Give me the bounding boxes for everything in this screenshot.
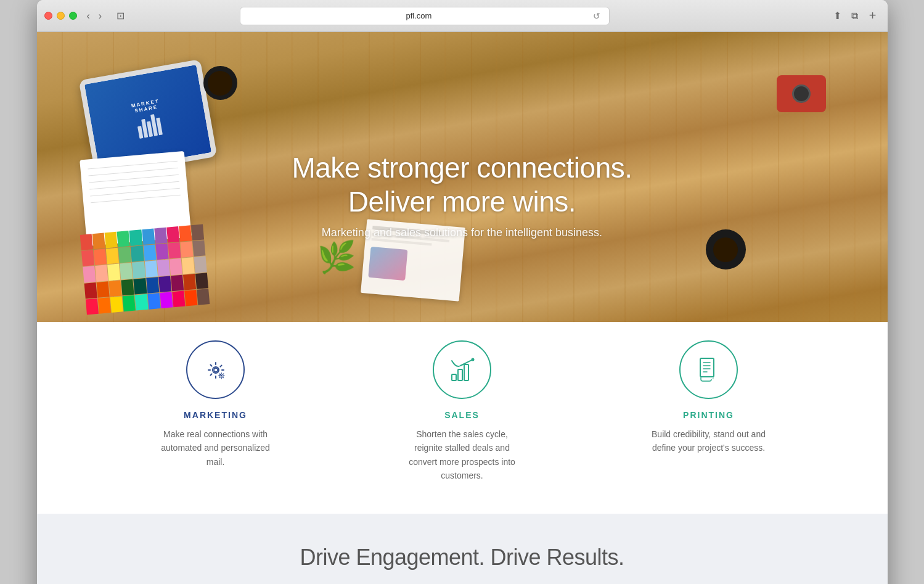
maximize-button[interactable] bbox=[69, 12, 77, 20]
hero-text-overlay: Make stronger connections.Deliver more w… bbox=[277, 151, 647, 239]
document-icon bbox=[693, 355, 724, 385]
address-bar-container: pfl.com ↺ bbox=[240, 7, 610, 25]
marketing-desc: Make real connections with automated and… bbox=[157, 427, 274, 469]
marketing-title: MARKETING bbox=[184, 410, 247, 420]
feature-card-sales: SALES Shorten the sales cycle, reignite … bbox=[395, 340, 530, 483]
sales-title: SALES bbox=[444, 410, 480, 420]
browser-actions: ⬆ ⧉ + bbox=[831, 7, 880, 24]
svg-rect-7 bbox=[700, 358, 714, 377]
add-tab-button[interactable]: + bbox=[865, 9, 880, 23]
svg-rect-3 bbox=[452, 374, 456, 380]
browser-window: ‹ › ⊡ pfl.com ↺ ⬆ ⧉ + MARKETSHARE bbox=[37, 0, 888, 584]
color-swatches bbox=[80, 224, 210, 315]
share-button[interactable]: ⬆ bbox=[831, 7, 844, 24]
tablet-chart bbox=[136, 113, 163, 138]
printing-desc: Build credibility, stand out and define … bbox=[650, 427, 767, 455]
address-bar[interactable]: pfl.com ↺ bbox=[240, 7, 610, 25]
plant-icon: 🌿 bbox=[317, 242, 356, 273]
camera-item bbox=[777, 75, 826, 112]
feature-icons-row: MARKETING Make real connections with aut… bbox=[37, 322, 888, 483]
tabs-button[interactable]: ⧉ bbox=[849, 8, 861, 24]
drive-section: Drive Engagement. Drive Results. Tactile… bbox=[37, 514, 888, 584]
coffee-cup-right bbox=[706, 229, 746, 269]
features-section: MARKETING Make real connections with aut… bbox=[37, 322, 888, 514]
close-button[interactable] bbox=[44, 12, 52, 20]
traffic-lights bbox=[44, 12, 77, 20]
plant-item: 🌿 bbox=[317, 242, 356, 273]
coffee-cup-left bbox=[203, 66, 237, 100]
feature-card-printing: PRINTING Build credibility, stand out an… bbox=[641, 340, 777, 483]
hero-section: MARKETSHARE bbox=[37, 32, 888, 359]
website-content: MARKETSHARE bbox=[37, 32, 888, 584]
svg-point-6 bbox=[471, 358, 474, 361]
printing-title: PRINTING bbox=[683, 410, 734, 420]
svg-rect-4 bbox=[458, 369, 462, 380]
tablet-text: MARKETSHARE bbox=[131, 98, 161, 114]
drive-headline: Drive Engagement. Drive Results. bbox=[37, 545, 888, 570]
hero-subtext: Marketing and sales solutions for the in… bbox=[277, 227, 647, 240]
minimize-button[interactable] bbox=[57, 12, 65, 20]
browser-titlebar: ‹ › ⊡ pfl.com ↺ ⬆ ⧉ + bbox=[37, 0, 888, 32]
svg-rect-5 bbox=[464, 364, 468, 380]
svg-point-1 bbox=[214, 368, 218, 372]
sales-icon-circle bbox=[433, 340, 491, 399]
printing-icon-circle bbox=[679, 340, 738, 399]
url-display: pfl.com bbox=[247, 11, 591, 20]
hero-headline: Make stronger connections.Deliver more w… bbox=[277, 151, 647, 219]
sidebar-toggle-button[interactable]: ⊡ bbox=[112, 7, 129, 24]
forward-button[interactable]: › bbox=[95, 8, 105, 24]
sales-desc: Shorten the sales cycle, reignite stalle… bbox=[404, 427, 521, 483]
feature-card-marketing: MARKETING Make real connections with aut… bbox=[148, 340, 284, 483]
chart-icon bbox=[447, 355, 478, 385]
back-button[interactable]: ‹ bbox=[83, 8, 94, 24]
reload-button[interactable]: ↺ bbox=[591, 11, 603, 21]
nav-buttons: ‹ › bbox=[83, 8, 106, 24]
marketing-icon-circle bbox=[186, 340, 245, 399]
gear-icon bbox=[200, 355, 231, 385]
